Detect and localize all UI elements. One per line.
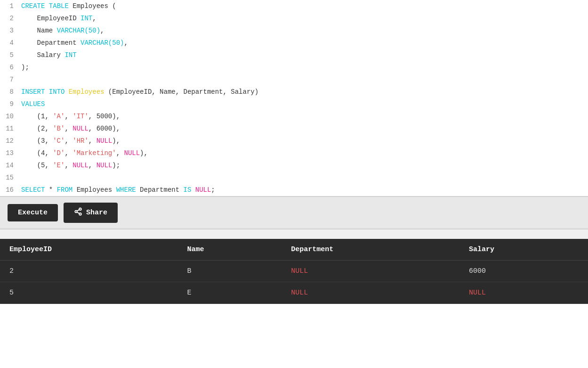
table-cell: NULL [459,282,588,304]
token: , [124,39,128,47]
line-content: SELECT * FROM Employees WHERE Department… [21,184,588,196]
token: , 6000), [89,125,120,132]
token: (3, [21,137,53,145]
token: 'A' [53,113,64,120]
code-line: 6); [0,61,588,74]
token [45,88,48,96]
token: TABLE [49,2,69,10]
table-cell: NULL [282,282,459,304]
code-line: 14 (5, 'E', NULL, NULL); [0,159,588,172]
table-cell: E [178,282,282,304]
code-line: 8INSERT INTO Employees (EmployeeID, Name… [0,86,588,98]
token: , [89,162,97,169]
share-button[interactable]: Share [64,203,118,223]
token: 'C' [53,137,64,145]
token: NULL [195,186,211,194]
token: ), [140,149,148,157]
token: Employees [69,88,105,96]
token: , [100,27,104,34]
token: Employees ( [69,2,116,10]
table-header-row: EmployeeID Name Department Salary [0,239,588,261]
token: NULL [72,162,89,169]
results-section: EmployeeID Name Department Salary 2BNULL… [0,229,588,304]
token: CREATE [21,2,45,10]
token: 'HR' [72,137,89,145]
line-number: 1 [0,0,21,12]
token: , [92,15,96,22]
token: , [64,137,72,145]
line-content: VALUES [21,98,588,110]
token: * [45,186,56,194]
token: 'E' [53,162,64,169]
token: FROM [57,186,73,194]
code-line: 5 Salary INT [0,49,588,61]
token: Department [21,39,81,47]
svg-line-3 [77,212,79,213]
token: INT [64,51,76,59]
table-cell: 5 [0,282,178,304]
line-number: 14 [0,159,21,172]
token: , [64,149,72,157]
token: ); [21,64,29,71]
token: , [64,162,72,169]
line-content: (5, 'E', NULL, NULL); [21,159,588,172]
line-number: 2 [0,12,21,25]
token: INTO [49,88,65,96]
token [45,2,48,10]
token: (2, [21,125,53,132]
execute-button[interactable]: Execute [8,204,58,221]
code-line: 4 Department VARCHAR(50), [0,37,588,49]
table-cell: B [178,261,282,282]
token: 'D' [53,149,64,157]
line-content [21,172,588,184]
line-content: ); [21,61,588,74]
token: (5, [21,162,53,169]
token [64,88,68,96]
token: NULL [72,125,89,132]
line-content: (4, 'D', 'Marketing', NULL), [21,147,588,159]
svg-line-4 [77,210,79,211]
share-label: Share [86,209,107,217]
token: 'Marketing' [72,149,116,157]
code-editor[interactable]: 1CREATE TABLE Employees (2 EmployeeID IN… [0,0,588,197]
code-line: 10 (1, 'A', 'IT', 5000), [0,110,588,123]
line-content: INSERT INTO Employees (EmployeeID, Name,… [21,86,588,98]
results-table: EmployeeID Name Department Salary 2BNULL… [0,239,588,304]
line-number: 8 [0,86,21,98]
col-header-name: Name [178,239,282,261]
line-content: Department VARCHAR(50), [21,37,588,49]
line-content: Name VARCHAR(50), [21,25,588,37]
line-content: (2, 'B', NULL, 6000), [21,123,588,135]
token: Name [21,27,57,34]
line-number: 13 [0,147,21,159]
line-number: 7 [0,74,21,86]
token: NULL [97,137,113,145]
col-header-salary: Salary [459,239,588,261]
table-cell: 2 [0,261,178,282]
token: INT [81,15,92,22]
token: , [89,137,97,145]
token: Employees [72,186,116,194]
col-header-department: Department [282,239,459,261]
table-cell: 6000 [459,261,588,282]
token: 'B' [53,125,64,132]
token: ), [112,137,120,145]
token: ; [211,186,215,194]
code-line: 1CREATE TABLE Employees ( [0,0,588,12]
line-number: 6 [0,61,21,74]
line-number: 9 [0,98,21,110]
token: , [64,125,72,132]
code-line: 13 (4, 'D', 'Marketing', NULL), [0,147,588,159]
share-icon [74,207,82,218]
table-row: 2BNULL6000 [0,261,588,282]
code-line: 9VALUES [0,98,588,110]
code-line: 16SELECT * FROM Employees WHERE Departme… [0,184,588,196]
table-row: 5ENULLNULL [0,282,588,304]
line-number: 11 [0,123,21,135]
token: VARCHAR(50) [81,39,124,47]
token: , [64,113,72,120]
token: 'IT' [72,113,89,120]
token: EmployeeID [21,15,81,22]
line-content: CREATE TABLE Employees ( [21,0,588,12]
token: ); [112,162,120,169]
